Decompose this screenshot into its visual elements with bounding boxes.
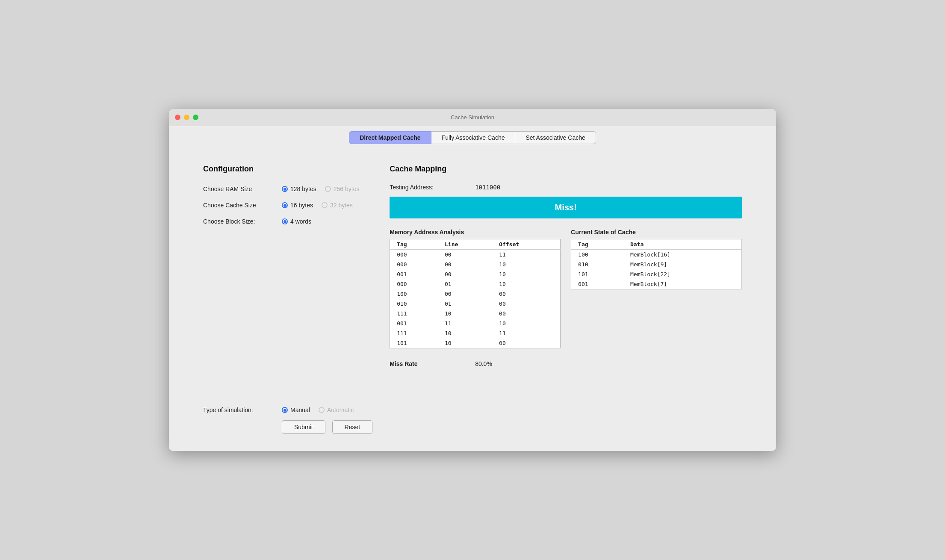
sim-type-options: Manual Automatic [282, 407, 354, 413]
result-bar: Miss! [390, 197, 742, 218]
table-row: 1111011 [390, 328, 561, 338]
ram-128-option[interactable]: 128 bytes [282, 186, 316, 192]
tab-bar: Direct Mapped Cache Fully Associative Ca… [169, 126, 776, 147]
action-buttons: Submit Reset [282, 420, 372, 434]
ram-128-label: 128 bytes [290, 186, 316, 192]
cache-col-data: Data [623, 239, 741, 250]
block-4-label: 4 words [290, 218, 311, 225]
ram-256-option[interactable]: 256 bytes [325, 186, 360, 192]
submit-button[interactable]: Submit [282, 420, 325, 434]
block-4-option[interactable]: 4 words [282, 218, 311, 225]
cache-32-option[interactable]: 32 bytes [322, 202, 353, 209]
tab-set-associative[interactable]: Set Associative Cache [515, 131, 596, 144]
cache-state-title: Current State of Cache [571, 229, 742, 236]
window-controls [175, 115, 198, 120]
testing-address-value: 1011000 [475, 184, 500, 191]
main-content: Configuration Choose RAM Size 128 bytes … [169, 147, 776, 451]
cache-mapping-title: Cache Mapping [390, 165, 742, 174]
ram-256-label: 256 bytes [334, 186, 360, 192]
table-row: 1111000 [390, 309, 561, 318]
table-row: 001MemBlock[7] [571, 279, 742, 289]
minimize-button[interactable] [184, 115, 189, 120]
table-row: 0000110 [390, 279, 561, 289]
sim-manual-option[interactable]: Manual [282, 407, 310, 413]
block-4-radio[interactable] [282, 218, 288, 224]
mem-col-offset: Offset [492, 239, 561, 250]
miss-rate-value: 80.0% [475, 360, 492, 367]
table-row: 0100100 [390, 299, 561, 309]
cache-size-row: Choose Cache Size 16 bytes 32 bytes [203, 202, 372, 209]
ram-size-options: 128 bytes 256 bytes [282, 186, 359, 192]
block-size-row: Choose Block Size: 4 words [203, 218, 372, 225]
table-row: 1011000 [390, 338, 561, 348]
cache-16-radio[interactable] [282, 202, 288, 208]
cache-size-options: 16 bytes 32 bytes [282, 202, 353, 209]
tab-fully-associative[interactable]: Fully Associative Cache [431, 131, 516, 144]
ram-128-radio[interactable] [282, 186, 288, 192]
tables-row: Memory Address Analysis Tag Line Offset … [390, 229, 742, 348]
testing-address-row: Testing Address: 1011000 [390, 184, 742, 191]
cache-size-label: Choose Cache Size [203, 202, 272, 209]
sim-manual-radio[interactable] [282, 407, 288, 413]
maximize-button[interactable] [193, 115, 198, 120]
left-panel: Configuration Choose RAM Size 128 bytes … [203, 165, 372, 434]
sim-type-label: Type of simulation: [203, 407, 272, 413]
ram-size-row: Choose RAM Size 128 bytes 256 bytes [203, 186, 372, 192]
close-button[interactable] [175, 115, 180, 120]
ram-size-label: Choose RAM Size [203, 186, 272, 192]
cache-16-option[interactable]: 16 bytes [282, 202, 313, 209]
title-bar: Cache Simulation [169, 109, 776, 126]
table-row: 0000010 [390, 259, 561, 269]
tab-direct-mapped[interactable]: Direct Mapped Cache [349, 131, 431, 144]
reset-button[interactable]: Reset [332, 420, 373, 434]
table-row: 1000000 [390, 289, 561, 299]
table-row: 0010010 [390, 269, 561, 279]
sim-auto-radio[interactable] [319, 407, 325, 413]
miss-rate-label: Miss Rate [390, 360, 475, 367]
cache-state-table: Tag Data 100MemBlock[16]010MemBlock[9]10… [571, 239, 742, 289]
table-row: 101MemBlock[22] [571, 269, 742, 279]
window-title: Cache Simulation [451, 114, 494, 121]
memory-analysis-section: Memory Address Analysis Tag Line Offset … [390, 229, 561, 348]
mem-col-line: Line [438, 239, 492, 250]
cache-16-label: 16 bytes [290, 202, 313, 209]
cache-col-tag: Tag [571, 239, 623, 250]
testing-address-label: Testing Address: [390, 184, 475, 191]
cache-32-radio[interactable] [322, 202, 328, 208]
miss-rate-row: Miss Rate 80.0% [390, 360, 742, 367]
table-row: 0000011 [390, 250, 561, 260]
sim-type-row: Type of simulation: Manual Automatic [203, 407, 372, 413]
sim-manual-label: Manual [290, 407, 310, 413]
sim-auto-option[interactable]: Automatic [319, 407, 354, 413]
cache-state-section: Current State of Cache Tag Data 100MemBl… [571, 229, 742, 348]
block-size-options: 4 words [282, 218, 311, 225]
config-title: Configuration [203, 165, 372, 174]
sim-auto-label: Automatic [327, 407, 354, 413]
cache-32-label: 32 bytes [330, 202, 353, 209]
app-window: Cache Simulation Direct Mapped Cache Ful… [169, 109, 776, 451]
memory-analysis-title: Memory Address Analysis [390, 229, 561, 236]
block-size-label: Choose Block Size: [203, 218, 272, 225]
right-panel: Cache Mapping Testing Address: 1011000 M… [390, 165, 742, 434]
memory-analysis-table: Tag Line Offset 000001100000100010010000… [390, 239, 561, 348]
table-row: 100MemBlock[16] [571, 250, 742, 260]
table-row: 010MemBlock[9] [571, 259, 742, 269]
ram-256-radio[interactable] [325, 186, 331, 192]
mem-col-tag: Tag [390, 239, 438, 250]
table-row: 0011110 [390, 318, 561, 328]
